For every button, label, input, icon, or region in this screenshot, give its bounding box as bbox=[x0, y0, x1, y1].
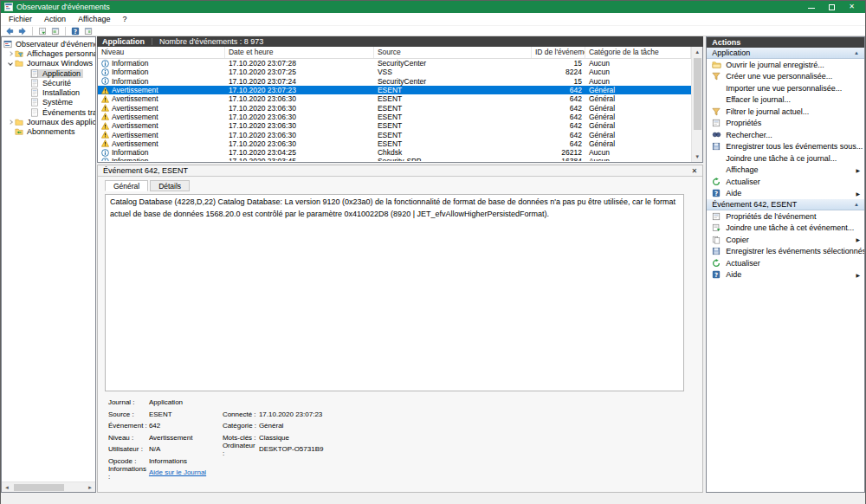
event-level: Information bbox=[112, 59, 149, 68]
actions-title-bar: Actions bbox=[707, 37, 864, 48]
scroll-down-icon[interactable]: ▼ bbox=[692, 152, 702, 162]
tree-item-application[interactable]: Application bbox=[2, 68, 95, 78]
action-cr-er-une-vue-personnalis-e[interactable]: Créer une vue personnalisée... bbox=[707, 71, 864, 83]
action-rechercher[interactable]: Rechercher... bbox=[707, 129, 864, 141]
scroll-up-icon[interactable]: ▲ bbox=[692, 47, 702, 57]
event-row[interactable]: Avertissement17.10.2020 23:06:30ESENT642… bbox=[98, 139, 702, 148]
collapse-section-icon[interactable]: ▲ bbox=[854, 202, 859, 207]
refresh-icon bbox=[711, 177, 721, 187]
section-header-label: Application bbox=[712, 48, 750, 57]
event-row[interactable]: Information17.10.2020 23:04:25Chkdsk2621… bbox=[98, 148, 702, 157]
properties-window-icon[interactable] bbox=[50, 26, 61, 36]
field-motscles-value: Classique bbox=[259, 434, 289, 442]
info-icon bbox=[101, 77, 109, 85]
close-detail-icon[interactable]: ✕ bbox=[691, 167, 697, 175]
tree-item-observateur-d-v-nements-loc[interactable]: Observateur d'événements (Loc bbox=[2, 39, 95, 48]
action-pane-icon[interactable] bbox=[83, 26, 94, 36]
menu-action[interactable]: Action bbox=[38, 13, 72, 26]
tree-item-syst-me[interactable]: Système bbox=[2, 98, 95, 107]
scrollbar-thumb[interactable] bbox=[694, 58, 701, 130]
vertical-scrollbar[interactable]: ▲ ▼ bbox=[691, 47, 702, 162]
action-copier[interactable]: Copier▶ bbox=[707, 234, 864, 246]
action-aide[interactable]: ?Aide▶ bbox=[707, 188, 864, 200]
tree-item-v-nements-transf-r-s[interactable]: Événements transférés bbox=[2, 107, 95, 117]
chevron-collapsed-icon[interactable] bbox=[8, 51, 13, 56]
tree-item-s-curit[interactable]: Sécurité bbox=[2, 78, 95, 87]
actions-section-application[interactable]: Application▲ bbox=[707, 48, 864, 59]
event-row[interactable]: Avertissement17.10.2020 23:06:30ESENT642… bbox=[98, 113, 702, 121]
action-label: Aide bbox=[726, 189, 741, 197]
collapse-section-icon[interactable]: ▲ bbox=[854, 50, 859, 55]
menu-affichage[interactable]: Affichage bbox=[72, 13, 116, 26]
action-filtrer-le-journal-actuel[interactable]: Filtrer le journal actuel... bbox=[707, 106, 864, 118]
action-joindre-une-t-che-ce-journal[interactable]: Joindre une tâche à ce journal... bbox=[707, 152, 864, 165]
action-enregistrer-tous-les-v-nements-sous[interactable]: Enregistrer tous les événements sous... bbox=[707, 141, 864, 153]
column-header-source[interactable]: Source bbox=[374, 47, 532, 58]
menu-help[interactable]: ? bbox=[116, 13, 132, 26]
tree-item-abonnements[interactable]: Abonnements bbox=[2, 127, 95, 137]
action-propri-t-s-de-l-v-nement[interactable]: Propriétés de l'événement bbox=[707, 210, 864, 223]
column-header-cat-gorie-de-la-t-che[interactable]: Catégorie de la tâche bbox=[585, 47, 691, 58]
console-tree-icon[interactable] bbox=[37, 26, 48, 36]
event-row[interactable]: Avertissement17.10.2020 23:06:30ESENT642… bbox=[98, 103, 702, 112]
action-effacer-le-journal[interactable]: Effacer le journal... bbox=[707, 94, 864, 107]
tree-horizontal-scrollbar[interactable]: ◄ ► bbox=[2, 481, 95, 492]
column-header-id-de-l-v-nement[interactable]: ID de l'événement bbox=[532, 47, 585, 58]
minimize-button[interactable] bbox=[808, 8, 815, 9]
event-viewer-app-icon bbox=[4, 3, 13, 11]
journal-help-link[interactable]: Aide sur le Journal bbox=[149, 468, 206, 476]
event-row[interactable]: Information17.10.2020 23:07:24SecurityCe… bbox=[98, 77, 702, 86]
actions-section-v-nement-642-esent[interactable]: Événement 642, ESENT▲ bbox=[707, 199, 864, 210]
event-category: Aucun bbox=[585, 148, 691, 157]
tree-item-journaux-des-applications-et[interactable]: Journaux des applications et bbox=[2, 117, 95, 126]
event-row[interactable]: Information17.10.2020 23:07:25VSS8224Auc… bbox=[98, 68, 702, 76]
action-label: Propriétés de l'événement bbox=[726, 212, 816, 221]
event-date: 17.10.2020 23:06:30 bbox=[225, 139, 374, 148]
action-actualiser[interactable]: Actualiser bbox=[707, 176, 864, 188]
column-header-niveau[interactable]: Niveau bbox=[98, 47, 225, 58]
action-importer-une-vue-personnalis-e[interactable]: Importer une vue personnalisée... bbox=[707, 82, 864, 94]
event-row[interactable]: Information17.10.2020 23:03:45Security-S… bbox=[98, 157, 702, 161]
chevron-expanded-icon[interactable] bbox=[8, 61, 13, 66]
help-icon[interactable]: ? bbox=[70, 26, 81, 36]
title-bar: Observateur d'événements ✕ bbox=[1, 1, 865, 13]
event-row[interactable]: Information17.10.2020 23:07:28SecurityCe… bbox=[98, 59, 702, 68]
tree-item-affichages-personnalis-s[interactable]: Affichages personnalisés bbox=[2, 48, 95, 58]
close-button[interactable]: ✕ bbox=[849, 3, 855, 10]
scroll-right-icon[interactable]: ► bbox=[85, 482, 95, 493]
field-niveau-value: Avertissement bbox=[149, 434, 223, 442]
tree-item-label: Installation bbox=[40, 88, 82, 97]
menu-fichier[interactable]: Fichier bbox=[3, 13, 38, 26]
tree-item-installation[interactable]: Installation bbox=[2, 87, 95, 97]
event-date: 17.10.2020 23:06:30 bbox=[225, 131, 374, 139]
scrollbar-thumb[interactable] bbox=[14, 484, 64, 491]
log-icon bbox=[30, 69, 40, 78]
log-icon bbox=[30, 88, 40, 97]
chevron-collapsed-icon[interactable] bbox=[8, 120, 13, 125]
tab-d-tails[interactable]: Détails bbox=[150, 180, 190, 191]
action-actualiser[interactable]: Actualiser bbox=[707, 257, 864, 269]
action-affichage[interactable]: Affichage▶ bbox=[707, 165, 864, 177]
tree-item-label: Application bbox=[40, 69, 83, 78]
back-icon[interactable] bbox=[4, 26, 15, 36]
action-aide[interactable]: ?Aide▶ bbox=[707, 269, 864, 281]
event-row[interactable]: Avertissement17.10.2020 23:06:30ESENT642… bbox=[98, 121, 702, 130]
event-category: Aucun bbox=[585, 157, 691, 161]
column-header-date-et-heure[interactable]: Date et heure bbox=[225, 47, 374, 58]
action-ouvrir-le-journal-enregistr[interactable]: Ouvrir le journal enregistré... bbox=[707, 59, 864, 71]
field-opcode-value: Informations bbox=[149, 457, 223, 465]
event-category: Général bbox=[585, 104, 691, 113]
event-row[interactable]: Avertissement17.10.2020 23:06:30ESENT642… bbox=[98, 94, 702, 103]
action-joindre-une-t-che-cet-v-nement[interactable]: Joindre une tâche à cet événement... bbox=[707, 223, 864, 235]
tree-item-label: Observateur d'événements (Loc bbox=[13, 40, 95, 48]
action-enregistrer-les-v-nements-s-lectionn-s[interactable]: Enregistrer les événements sélectionnés.… bbox=[707, 246, 864, 258]
tree-item-journaux-windows[interactable]: Journaux Windows bbox=[2, 59, 95, 68]
action-propri-t-s[interactable]: Propriétés bbox=[707, 118, 864, 130]
event-row[interactable]: Avertissement17.10.2020 23:07:23ESENT642… bbox=[98, 86, 702, 94]
forward-icon[interactable] bbox=[17, 26, 28, 36]
field-informations-label: Informations : bbox=[108, 465, 149, 481]
maximize-button[interactable] bbox=[829, 4, 835, 10]
tab-g-n-ral[interactable]: Général bbox=[105, 180, 148, 191]
event-row[interactable]: Avertissement17.10.2020 23:06:30ESENT642… bbox=[98, 130, 702, 139]
scroll-left-icon[interactable]: ◄ bbox=[2, 482, 12, 493]
